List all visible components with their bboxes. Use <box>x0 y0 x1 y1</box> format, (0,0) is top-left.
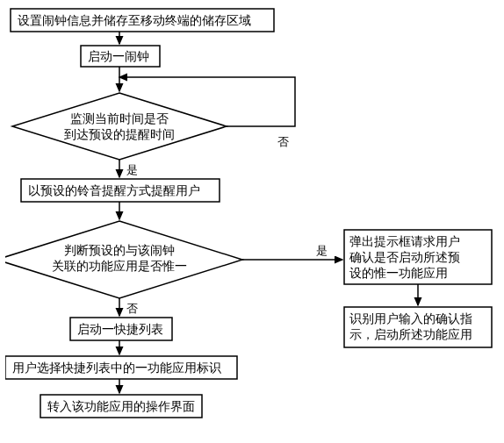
branch-recognize-line2: 示，启动所述功能应用 <box>349 327 472 341</box>
step-start-alarm-label: 启动一闹钟 <box>88 49 149 63</box>
decision-check-time <box>12 93 227 160</box>
branch-recognize-line1: 识别用户输入的确认指 <box>349 311 472 325</box>
step-ring-remind-label: 以预设的铃音提醒方式提醒用户 <box>28 183 200 197</box>
branch-popup-line2: 确认是否启动所述预 <box>349 250 460 264</box>
decision2-yes-label: 是 <box>316 244 328 257</box>
decision-check-time-line1: 监测当前时间是否 <box>70 111 169 125</box>
step-goto-app-label: 转入该功能应用的操作界面 <box>47 399 195 413</box>
decision1-yes-label: 是 <box>126 163 138 176</box>
branch-popup-line3: 设的惟一功能应用 <box>349 266 448 280</box>
step-start-quicklist-label: 启动一快捷列表 <box>77 322 163 336</box>
branch-popup-line1: 弹出提示框请求用户 <box>349 234 460 248</box>
decision-unique-app-line2: 关联的功能应用是否惟一 <box>52 259 187 273</box>
decision2-no-label: 否 <box>126 302 138 315</box>
decision-unique-app-line1: 判断预设的与该闹钟 <box>64 243 175 257</box>
decision1-no-label: 否 <box>277 135 289 148</box>
decision-check-time-line2: 到达预设的提醒时间 <box>64 127 175 141</box>
step-user-select-label: 用户选择快捷列表中的一功能应用标识 <box>12 361 221 375</box>
step-set-alarm-info-label: 设置闹钟信息并储存至移动终端的储存区域 <box>18 13 251 27</box>
